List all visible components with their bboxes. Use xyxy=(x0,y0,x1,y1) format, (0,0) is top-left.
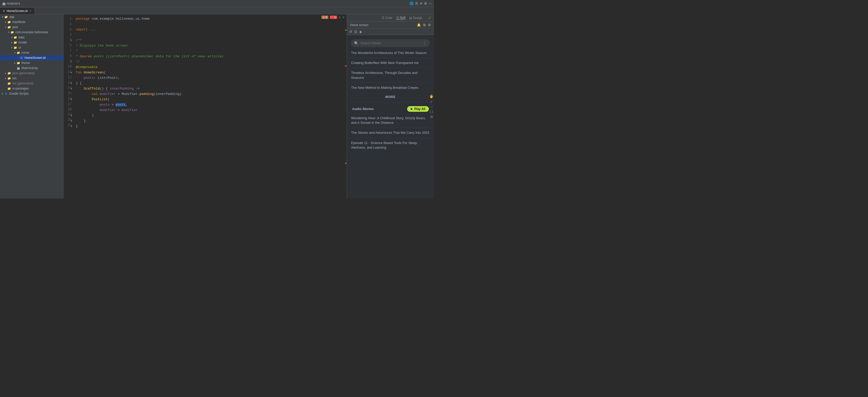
settings-icon[interactable]: ⚙ xyxy=(424,2,427,5)
article-list: The Wonderful Architectures of This Wint… xyxy=(349,48,432,93)
preview-layout-icon[interactable]: ⊞ xyxy=(423,23,426,27)
sidebar-item-data[interactable]: ▸ 📁 data xyxy=(0,35,63,40)
refresh-icon[interactable]: ↺ xyxy=(349,30,352,34)
tab-close-icon[interactable]: ✕ xyxy=(29,10,31,12)
article-item-1[interactable]: Creating Butterflies With New Transparen… xyxy=(351,58,430,68)
zoom-plus-icon[interactable]: + xyxy=(430,100,432,104)
tab-homescreen[interactable]: K HomeScreen.kt ✕ xyxy=(0,8,35,14)
search-more-icon[interactable]: ⋮ xyxy=(423,41,427,45)
sidebar-item-homescreen-kt[interactable]: K HomeScreen.kt xyxy=(0,55,63,60)
folder-icon-java: 📁 xyxy=(7,25,11,29)
sidebar-item-theme[interactable]: ▸ 📁 theme xyxy=(0,60,63,65)
section-divider xyxy=(349,102,432,103)
view-mode-design[interactable]: ▤ Design xyxy=(409,16,423,20)
folder-icon-manifests: 📁 xyxy=(7,20,11,24)
tab-bar: K HomeScreen.kt ✕ xyxy=(0,7,434,14)
folder-icon-home: 📁 xyxy=(17,51,21,55)
article-item-0[interactable]: The Wonderful Architectures of This Wint… xyxy=(351,48,430,58)
article-item-2[interactable]: Timeless Architecture, Through Decades a… xyxy=(351,68,430,82)
audio-item-1[interactable]: The Stories and Adventures That We Carry… xyxy=(351,128,430,138)
play-icon: ▶ xyxy=(411,107,413,110)
sidebar-item-res-generated[interactable]: 📁 res (generated) xyxy=(0,81,63,86)
minimize-icon[interactable]: — xyxy=(429,2,432,5)
sidebar-label-ui-packages: ui-packages xyxy=(12,87,29,90)
sidebar-label-mainactivity: MainActivity xyxy=(22,66,38,70)
list-icon[interactable]: ☰ xyxy=(415,2,418,5)
scroll-marker-1 xyxy=(345,30,346,31)
view-mode-split[interactable]: ◫ Split xyxy=(396,16,406,20)
preview-refresh-icon[interactable]: 🔔 xyxy=(417,23,421,27)
sidebar-label-ui: ui xyxy=(19,46,21,49)
editor-toolbar: ⚠5 🔴1 ∧ ∨ xyxy=(321,15,345,19)
code-line-10: @Composable xyxy=(76,65,347,70)
preview-header: Home screen 🔔 ⊞ ⚙ xyxy=(347,22,434,29)
view-mode-code[interactable]: ☰ Code xyxy=(381,16,393,20)
code-line-1: package com.example.hellonews.ui.home xyxy=(76,16,347,22)
search-icon: 🔍 xyxy=(354,41,359,45)
folder-icon-app: 📁 xyxy=(4,15,8,19)
sidebar-item-home[interactable]: ▾ 📁 home xyxy=(0,50,63,55)
zoom-minus-icon[interactable]: − xyxy=(430,105,432,109)
android-selector[interactable]: 🤖 Android ▾ xyxy=(2,2,20,5)
globe-icon[interactable]: 🌐 xyxy=(409,2,413,5)
audio-stories-header: Audio Stories ▶ Play All xyxy=(349,104,432,113)
code-line-17: posts = posts, xyxy=(76,102,347,108)
preview-panel: ☰ Code ◫ Split ▤ Design ✓ Home screen 🔔 … xyxy=(347,14,434,199)
sidebar-label-res: res xyxy=(12,76,17,80)
folder-icon-res-gen: 📁 xyxy=(7,81,11,86)
code-line-2 xyxy=(76,22,347,27)
article-item-3[interactable]: The New Method to Making Breakfast Crepe… xyxy=(351,83,430,93)
preview-settings-icon[interactable]: ⚙ xyxy=(428,23,431,27)
scroll-marker-2 xyxy=(345,65,346,67)
warning-badge: ⚠5 xyxy=(321,15,329,19)
editor-scrollbar[interactable] xyxy=(345,14,347,199)
top-toolbar: 🤖 Android ▾ 🌐 ☰ ⇄ ⚙ — K HomeScreen.kt ✕ xyxy=(0,0,434,14)
audio-stories-list: Wondering Hour: A Childhood Story, Grizz… xyxy=(349,113,432,153)
code-editor: ⚠5 🔴1 ∧ ∨ 123456789101112131415161718192… xyxy=(63,14,347,199)
grid-icon[interactable]: ⊡ xyxy=(354,30,357,34)
kotlin-icon-homescreen: K xyxy=(20,56,24,60)
sidebar-item-java[interactable]: ▾ 📁 java xyxy=(0,25,63,30)
nav-down-icon[interactable]: ∨ xyxy=(342,15,345,19)
sidebar-item-app[interactable]: ▾ 📁 app xyxy=(0,14,63,20)
sidebar-label-homescreen-kt: HomeScreen.kt xyxy=(25,56,46,60)
cursor-icon[interactable]: 🖐 xyxy=(429,94,433,98)
code-line-21: ▼ } xyxy=(76,124,347,129)
sync-icon[interactable]: ⇄ xyxy=(420,2,423,5)
code-line-8: * @param posts (List<Post>) placeholder … xyxy=(76,54,347,59)
zoom-fit-icon[interactable]: ⊞ xyxy=(430,115,433,119)
search-input[interactable] xyxy=(361,41,421,45)
sidebar-item-mainactivity[interactable]: 🤖 MainActivity xyxy=(0,65,63,71)
android-icon-mainactivity: 🤖 xyxy=(17,66,21,70)
nav-up-icon[interactable]: ∧ xyxy=(339,15,341,19)
sidebar-item-gradle[interactable]: ▸ ⚙ Gradle Scripts xyxy=(0,91,63,96)
preview-phone-frame: 🔍 ⋮ The Wonderful Architectures of This … xyxy=(347,35,434,199)
folder-icon-model: 📁 xyxy=(13,40,18,44)
sidebar-item-package[interactable]: ▾ 📁 com.example.hellonews xyxy=(0,30,63,35)
audio-item-0[interactable]: Wondering Hour: A Childhood Story, Grizz… xyxy=(351,113,430,128)
sidebar-item-ui[interactable]: ▾ 📁 ui xyxy=(0,45,63,50)
sidebar-item-res[interactable]: ▸ 📁 res xyxy=(0,76,63,81)
sidebar-item-model[interactable]: ▸ 📁 model xyxy=(0,40,63,45)
search-bar[interactable]: 🔍 ⋮ xyxy=(351,39,430,47)
sidebar-label-java-generated: java (generated) xyxy=(12,71,35,75)
layers-icon[interactable]: ◈ xyxy=(359,30,362,34)
audio-item-2[interactable]: Episode 11 - Science Based Tools For Sle… xyxy=(351,138,430,153)
sidebar-item-java-generated[interactable]: ▸ 📁 java (generated) xyxy=(0,71,63,76)
code-line-12: posts: List<Post>, xyxy=(76,75,347,81)
sidebar-label-java: java xyxy=(12,25,18,29)
sidebar-label-manifests: manifests xyxy=(12,20,25,24)
code-line-14: ▼ Scaffold() { innerPadding -> xyxy=(76,86,347,92)
play-all-button[interactable]: ▶ Play All xyxy=(407,106,429,112)
zoom-controls: 🖐 + − 1:1 ⊞ xyxy=(429,94,433,119)
gradle-icon: ⚙ xyxy=(4,92,8,96)
sidebar-item-ui-packages[interactable]: 📁 ui-packages xyxy=(0,86,63,91)
project-sidebar: ▾ 📁 app ▸ 📁 manifests ▾ 📁 java ▾ 📁 com.e… xyxy=(0,14,63,199)
code-line-4 xyxy=(76,32,347,38)
android-icon: 🤖 xyxy=(2,2,6,5)
folder-icon-package: 📁 xyxy=(10,30,14,34)
folder-icon-data: 📁 xyxy=(13,35,18,39)
sidebar-item-manifests[interactable]: ▸ 📁 manifests xyxy=(0,20,63,25)
more-button[interactable]: MORE xyxy=(349,93,432,101)
scroll-marker-3 xyxy=(345,163,346,164)
